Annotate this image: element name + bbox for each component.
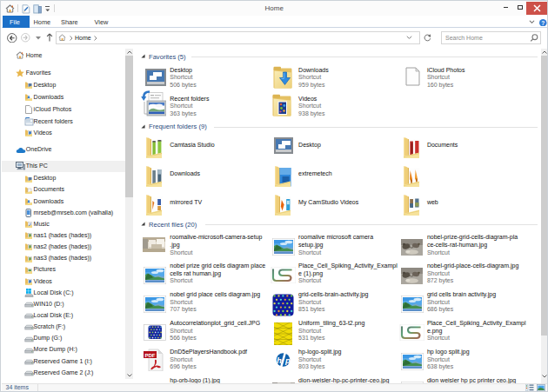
- svg-text:?: ?: [541, 19, 545, 25]
- svg-text:PDF: PDF: [144, 352, 155, 357]
- svg-text:h: h: [277, 355, 282, 365]
- svg-text:p: p: [284, 355, 291, 365]
